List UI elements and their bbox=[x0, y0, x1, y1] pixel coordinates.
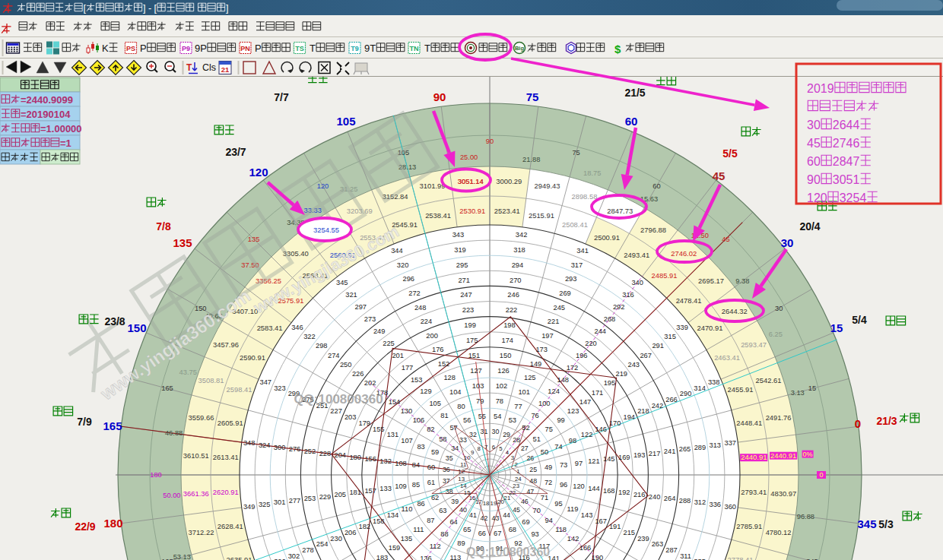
svg-text:105: 105 bbox=[429, 400, 441, 407]
svg-text:154: 154 bbox=[389, 398, 401, 406]
svg-text:240: 240 bbox=[649, 493, 661, 501]
svg-text:195: 195 bbox=[161, 558, 173, 560]
svg-text:35: 35 bbox=[446, 454, 453, 462]
svg-text:56: 56 bbox=[463, 416, 471, 424]
svg-text:64: 64 bbox=[449, 518, 457, 526]
svg-text:2493.41: 2493.41 bbox=[624, 251, 649, 259]
svg-text:198: 198 bbox=[503, 321, 516, 329]
svg-text:72: 72 bbox=[545, 479, 552, 486]
svg-text:25: 25 bbox=[529, 466, 537, 473]
svg-text:2628.41: 2628.41 bbox=[217, 522, 243, 530]
svg-text:TN: TN bbox=[410, 45, 419, 52]
svg-text:145: 145 bbox=[603, 455, 615, 463]
svg-text:68: 68 bbox=[509, 526, 516, 533]
svg-text:28: 28 bbox=[513, 436, 520, 444]
svg-text:120: 120 bbox=[573, 482, 585, 490]
svg-text:106: 106 bbox=[413, 416, 425, 424]
svg-text:2508.41: 2508.41 bbox=[562, 220, 588, 229]
svg-text:173: 173 bbox=[535, 346, 548, 353]
svg-text:=1: =1 bbox=[60, 138, 71, 149]
svg-text:205: 205 bbox=[335, 491, 347, 498]
svg-text:135: 135 bbox=[401, 535, 413, 543]
svg-text:15: 15 bbox=[830, 321, 843, 334]
svg-text:192: 192 bbox=[618, 489, 630, 496]
svg-text:45: 45 bbox=[722, 236, 729, 243]
svg-text:242: 242 bbox=[652, 402, 664, 410]
svg-text:147: 147 bbox=[579, 398, 592, 406]
svg-text:75: 75 bbox=[526, 90, 539, 103]
svg-text:65: 65 bbox=[463, 526, 471, 533]
svg-text:316: 316 bbox=[622, 291, 634, 299]
svg-text:277: 277 bbox=[289, 497, 301, 505]
svg-text:125: 125 bbox=[524, 374, 536, 381]
svg-text:151: 151 bbox=[468, 352, 481, 359]
svg-text:2593.47: 2593.47 bbox=[741, 340, 767, 349]
svg-text:55: 55 bbox=[478, 413, 486, 420]
svg-text:53: 53 bbox=[509, 416, 516, 424]
svg-text:2440.91: 2440.91 bbox=[741, 453, 767, 461]
svg-text:71: 71 bbox=[541, 494, 548, 501]
svg-text:168: 168 bbox=[603, 487, 615, 495]
svg-text:244: 244 bbox=[595, 327, 607, 335]
svg-text:82: 82 bbox=[427, 426, 434, 433]
svg-text:229: 229 bbox=[319, 493, 332, 501]
svg-text:2478.41: 2478.41 bbox=[676, 296, 702, 305]
svg-text:135: 135 bbox=[248, 236, 260, 243]
svg-text:2448.41: 2448.41 bbox=[736, 419, 762, 427]
svg-text:48: 48 bbox=[529, 477, 537, 485]
svg-text:2644: 2644 bbox=[833, 119, 860, 131]
svg-text:292: 292 bbox=[613, 303, 625, 311]
svg-text:324: 324 bbox=[259, 441, 271, 449]
svg-text:=20190104: =20190104 bbox=[21, 109, 71, 120]
svg-text:317: 317 bbox=[571, 261, 583, 269]
svg-text:34: 34 bbox=[451, 445, 459, 452]
svg-text:84: 84 bbox=[412, 461, 420, 469]
svg-text:3254: 3254 bbox=[840, 191, 867, 204]
svg-text:239: 239 bbox=[637, 535, 649, 543]
svg-text:66: 66 bbox=[478, 530, 486, 537]
svg-text:80: 80 bbox=[457, 403, 465, 410]
svg-text:87: 87 bbox=[427, 517, 434, 524]
svg-text:98: 98 bbox=[569, 437, 576, 445]
svg-text:150: 150 bbox=[500, 352, 512, 359]
svg-text:60: 60 bbox=[625, 115, 638, 128]
svg-text:67: 67 bbox=[494, 530, 501, 537]
svg-text:39: 39 bbox=[451, 498, 459, 505]
svg-text:170: 170 bbox=[609, 419, 621, 427]
svg-text:2491.76: 2491.76 bbox=[766, 413, 792, 422]
svg-text:243: 243 bbox=[628, 361, 640, 369]
svg-text:216: 216 bbox=[633, 491, 646, 498]
svg-text:2778.41: 2778.41 bbox=[728, 555, 754, 560]
svg-text:197: 197 bbox=[541, 332, 554, 340]
svg-text:7/7: 7/7 bbox=[274, 91, 289, 103]
svg-text:50.00: 50.00 bbox=[163, 492, 180, 499]
svg-text:124: 124 bbox=[548, 388, 560, 395]
svg-text:110: 110 bbox=[402, 505, 413, 513]
svg-text:5: 5 bbox=[499, 445, 503, 452]
svg-text:296: 296 bbox=[403, 275, 415, 283]
svg-text:2: 2 bbox=[515, 461, 518, 468]
svg-text:180: 180 bbox=[103, 517, 122, 530]
svg-text:241: 241 bbox=[664, 448, 676, 455]
svg-text:270: 270 bbox=[510, 277, 522, 284]
svg-text:102: 102 bbox=[496, 382, 508, 390]
svg-text:15: 15 bbox=[808, 384, 816, 392]
svg-text:3051: 3051 bbox=[833, 173, 860, 186]
svg-text:156: 156 bbox=[364, 455, 376, 463]
svg-text:20/4: 20/4 bbox=[799, 220, 820, 233]
svg-text:6: 6 bbox=[492, 444, 495, 451]
svg-text:=1.00000: =1.00000 bbox=[40, 123, 82, 134]
svg-text:P9: P9 bbox=[182, 45, 190, 52]
svg-text:13: 13 bbox=[458, 476, 465, 482]
svg-text:105: 105 bbox=[336, 115, 355, 128]
svg-text:38: 38 bbox=[446, 488, 453, 495]
svg-text:218: 218 bbox=[637, 407, 649, 415]
svg-text:3457.96: 3457.96 bbox=[213, 340, 239, 349]
svg-text:29: 29 bbox=[503, 431, 510, 438]
svg-text:T9: T9 bbox=[351, 45, 359, 52]
svg-text:60: 60 bbox=[427, 464, 435, 471]
svg-text:2470.91: 2470.91 bbox=[697, 324, 722, 332]
svg-text:95: 95 bbox=[554, 500, 562, 508]
svg-text:166: 166 bbox=[579, 544, 592, 552]
svg-text:7/8: 7/8 bbox=[156, 220, 171, 233]
